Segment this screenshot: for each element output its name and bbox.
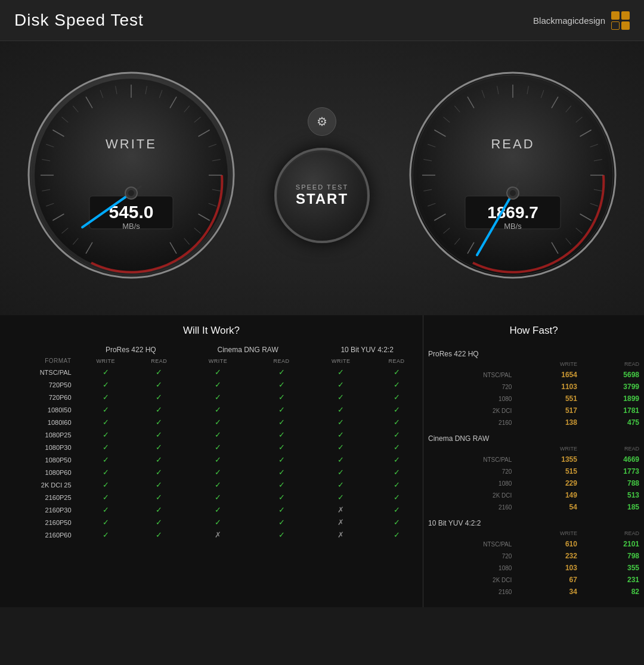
check-cell: ✓ bbox=[184, 378, 252, 391]
format-cell: 1080p60 bbox=[0, 466, 78, 478]
check-cell: ✓ bbox=[184, 478, 252, 491]
check-cell: ✓ bbox=[184, 403, 252, 416]
hf-write-value: 54 bbox=[516, 501, 582, 513]
check-cell: ✓ bbox=[184, 516, 252, 529]
hf-row-label: 1080 bbox=[423, 562, 516, 574]
hf-col-header-cell: READ bbox=[582, 529, 644, 538]
svg-text:MB/s: MB/s bbox=[504, 222, 522, 231]
hf-data-row: 2K DCI149513 bbox=[423, 489, 644, 501]
check-mark: ✓ bbox=[215, 443, 221, 452]
check-mark: ✓ bbox=[394, 518, 400, 527]
check-mark: ✓ bbox=[215, 405, 221, 414]
hf-write-value: 229 bbox=[516, 477, 582, 489]
check-mark: ✓ bbox=[338, 418, 344, 427]
format-cell: 720p60 bbox=[0, 391, 78, 403]
app-header: Disk Speed Test Blackmagicdesign bbox=[0, 0, 644, 41]
hf-read-value: 5698 bbox=[582, 369, 644, 381]
check-mark: ✓ bbox=[394, 493, 400, 502]
hf-col-header-cell bbox=[423, 529, 516, 538]
hf-read-value: 513 bbox=[582, 489, 644, 501]
hf-row-label: 2160 bbox=[423, 501, 516, 513]
gear-button[interactable]: ⚙ bbox=[308, 107, 336, 136]
start-button[interactable]: SPEED TEST START bbox=[274, 148, 370, 243]
hf-read-value: 1773 bbox=[582, 465, 644, 477]
format-cell: 1080p25 bbox=[0, 428, 78, 441]
check-mark: ✓ bbox=[156, 493, 162, 502]
hf-row-label: NTSC/PAL bbox=[423, 369, 516, 381]
check-mark: ✓ bbox=[394, 430, 400, 439]
check-mark: ✓ bbox=[215, 480, 221, 489]
check-cell: ✓ bbox=[78, 478, 134, 491]
check-mark: ✓ bbox=[156, 368, 162, 377]
hf-read-value: 4669 bbox=[582, 453, 644, 465]
check-cell: ✓ bbox=[78, 428, 134, 441]
check-mark: ✓ bbox=[103, 368, 109, 377]
hf-read-value: 82 bbox=[582, 586, 644, 598]
format-cell: NTSC/PAL bbox=[0, 366, 78, 378]
prores-header: ProRes 422 HQ bbox=[78, 344, 184, 356]
check-mark: ✓ bbox=[156, 393, 162, 402]
check-cell: ✓ bbox=[134, 416, 184, 428]
hf-write-value: 34 bbox=[516, 586, 582, 598]
check-mark: ✓ bbox=[338, 430, 344, 439]
check-cell: ✓ bbox=[370, 403, 423, 416]
check-cell: ✓ bbox=[370, 516, 423, 529]
check-mark: ✓ bbox=[394, 505, 400, 514]
hf-row-label: 1080 bbox=[423, 393, 516, 405]
center-controls: ⚙ SPEED TEST START bbox=[274, 107, 370, 243]
check-mark: ✓ bbox=[103, 468, 109, 477]
check-mark: ✓ bbox=[338, 455, 344, 464]
wiw-row: 1080p60✓✓✓✓✓✓ bbox=[0, 466, 423, 478]
check-cell: ✗ bbox=[184, 529, 252, 541]
check-cell: ✓ bbox=[78, 516, 134, 529]
hf-write-value: 1355 bbox=[516, 453, 582, 465]
check-cell: ✓ bbox=[184, 428, 252, 441]
hf-data-row: 2K DCI5171781 bbox=[423, 405, 644, 417]
check-cell: ✓ bbox=[370, 428, 423, 441]
hf-col-header-cell: READ bbox=[582, 359, 644, 369]
check-mark: ✓ bbox=[156, 480, 162, 489]
check-mark: ✓ bbox=[156, 468, 162, 477]
check-cell: ✓ bbox=[370, 378, 423, 391]
check-cell: ✓ bbox=[78, 416, 134, 428]
app-title: Disk Speed Test bbox=[14, 11, 144, 30]
check-mark: ✓ bbox=[156, 518, 162, 527]
check-mark: ✓ bbox=[215, 418, 221, 427]
check-cell: ✓ bbox=[252, 516, 311, 529]
check-mark: ✓ bbox=[394, 418, 400, 427]
hf-row-label: 2160 bbox=[423, 417, 516, 428]
format-cell: 1080p50 bbox=[0, 453, 78, 466]
check-cell: ✓ bbox=[134, 453, 184, 466]
format-cell: 720p50 bbox=[0, 378, 78, 391]
hf-row-label: 720 bbox=[423, 381, 516, 393]
check-mark: ✓ bbox=[215, 468, 221, 477]
check-cell: ✓ bbox=[134, 504, 184, 516]
check-mark: ✓ bbox=[394, 530, 400, 539]
hf-row-label: 2K DCI bbox=[423, 405, 516, 417]
hf-data-row: 7205151773 bbox=[423, 465, 644, 477]
hf-col-header-cell: READ bbox=[582, 444, 644, 453]
check-mark: ✓ bbox=[215, 380, 221, 389]
check-mark: ✓ bbox=[394, 480, 400, 489]
check-cell: ✓ bbox=[184, 391, 252, 403]
check-cell: ✓ bbox=[311, 403, 370, 416]
prores-read-header: READ bbox=[134, 356, 184, 366]
check-cell: ✓ bbox=[370, 441, 423, 453]
hf-col-header-cell: WRITE bbox=[516, 529, 582, 538]
hf-data-row: NTSC/PAL6102101 bbox=[423, 538, 644, 550]
wiw-row: 1080i60✓✓✓✓✓✓ bbox=[0, 416, 423, 428]
format-col-header bbox=[0, 344, 78, 356]
check-mark: ✓ bbox=[156, 418, 162, 427]
check-mark: ✓ bbox=[156, 443, 162, 452]
hf-data-row: 720232798 bbox=[423, 550, 644, 562]
cinema-header: Cinema DNG RAW bbox=[184, 344, 311, 356]
check-mark: ✓ bbox=[338, 480, 344, 489]
hf-col-header-cell: WRITE bbox=[516, 444, 582, 453]
yuv-header: 10 Bit YUV 4:2:2 bbox=[311, 344, 423, 356]
check-cell: ✓ bbox=[78, 441, 134, 453]
check-mark: ✓ bbox=[394, 380, 400, 389]
check-mark: ✓ bbox=[278, 480, 285, 489]
check-cell: ✓ bbox=[134, 428, 184, 441]
check-mark: ✓ bbox=[156, 530, 162, 539]
hf-write-value: 517 bbox=[516, 405, 582, 417]
